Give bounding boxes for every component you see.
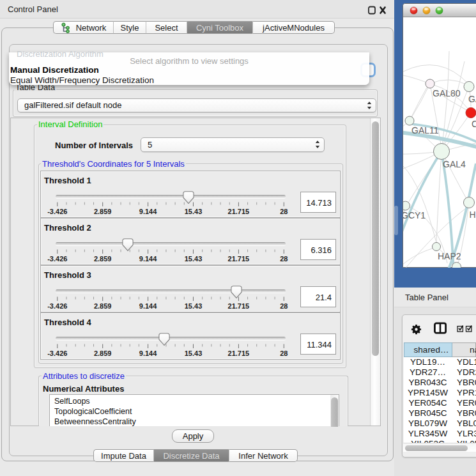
svg-text:GAL4: GAL4 bbox=[443, 159, 466, 169]
svg-text:GCY1: GCY1 bbox=[403, 210, 426, 220]
svg-text:GAL80: GAL80 bbox=[433, 88, 461, 98]
svg-text:H: H bbox=[470, 210, 476, 220]
svg-text:GAL11: GAL11 bbox=[411, 125, 439, 135]
svg-text:C: C bbox=[472, 119, 476, 129]
svg-text:GA: GA bbox=[468, 94, 476, 104]
svg-text:HAP2: HAP2 bbox=[438, 251, 461, 261]
